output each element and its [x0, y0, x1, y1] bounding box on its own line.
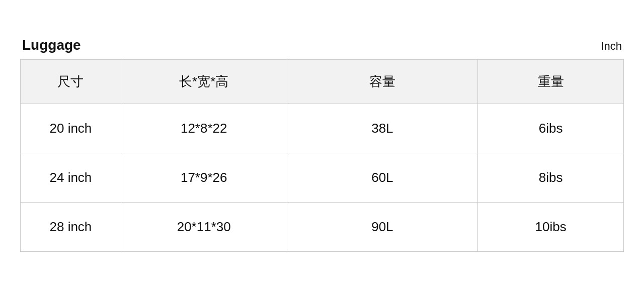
cell-cap-2: 90L [287, 203, 478, 252]
col-header-dims: 长*宽*高 [121, 60, 287, 104]
page-container: Luggage Inch 尺寸 长*宽*高 容量 重量 20 inch12*8*… [20, 27, 624, 262]
unit-label: Inch [601, 40, 622, 53]
cell-cap-0: 38L [287, 104, 478, 153]
cell-weight-1: 8ibs [478, 153, 624, 203]
col-header-weight: 重量 [478, 60, 624, 104]
cell-size-1: 24 inch [21, 153, 121, 203]
cell-dims-0: 12*8*22 [121, 104, 287, 153]
cell-size-0: 20 inch [21, 104, 121, 153]
table-row: 20 inch12*8*2238L6ibs [21, 104, 624, 153]
cell-dims-2: 20*11*30 [121, 203, 287, 252]
col-header-size: 尺寸 [21, 60, 121, 104]
table-row: 24 inch17*9*2660L8ibs [21, 153, 624, 203]
luggage-table: 尺寸 长*宽*高 容量 重量 20 inch12*8*2238L6ibs24 i… [20, 59, 624, 252]
cell-cap-1: 60L [287, 153, 478, 203]
page-title: Luggage [22, 37, 81, 53]
cell-weight-2: 10ibs [478, 203, 624, 252]
col-header-cap: 容量 [287, 60, 478, 104]
cell-dims-1: 17*9*26 [121, 153, 287, 203]
cell-weight-0: 6ibs [478, 104, 624, 153]
cell-size-2: 28 inch [21, 203, 121, 252]
table-header-row: 尺寸 长*宽*高 容量 重量 [21, 60, 624, 104]
header-row: Luggage Inch [20, 37, 624, 53]
table-row: 28 inch20*11*3090L10ibs [21, 203, 624, 252]
